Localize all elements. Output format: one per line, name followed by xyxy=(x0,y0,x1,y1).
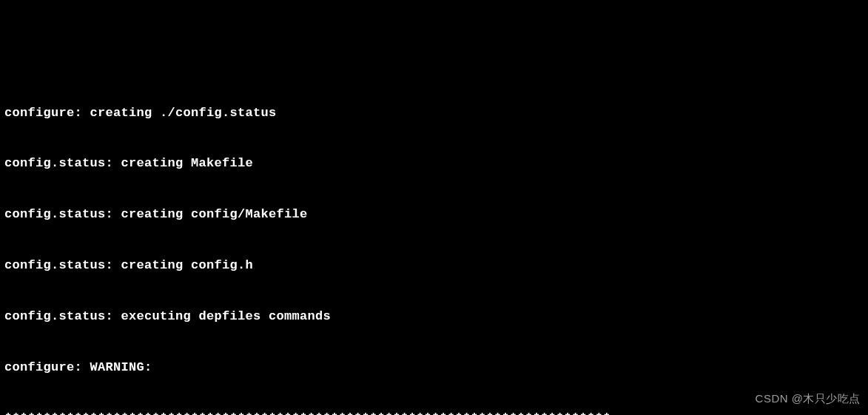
terminal-line: configure: creating ./config.status xyxy=(4,105,864,122)
terminal-output: configure: creating ./config.status conf… xyxy=(4,71,864,415)
watermark-text: CSDN @木只少吃点 xyxy=(756,391,861,406)
terminal-line: ****************************************… xyxy=(4,411,864,416)
terminal-line: configure: WARNING: xyxy=(4,360,864,377)
terminal-line: config.status: executing depfiles comman… xyxy=(4,308,864,325)
terminal-line: config.status: creating Makefile xyxy=(4,155,864,172)
terminal-line: config.status: creating config.h xyxy=(4,257,864,274)
terminal-line: config.status: creating config/Makefile xyxy=(4,206,864,223)
